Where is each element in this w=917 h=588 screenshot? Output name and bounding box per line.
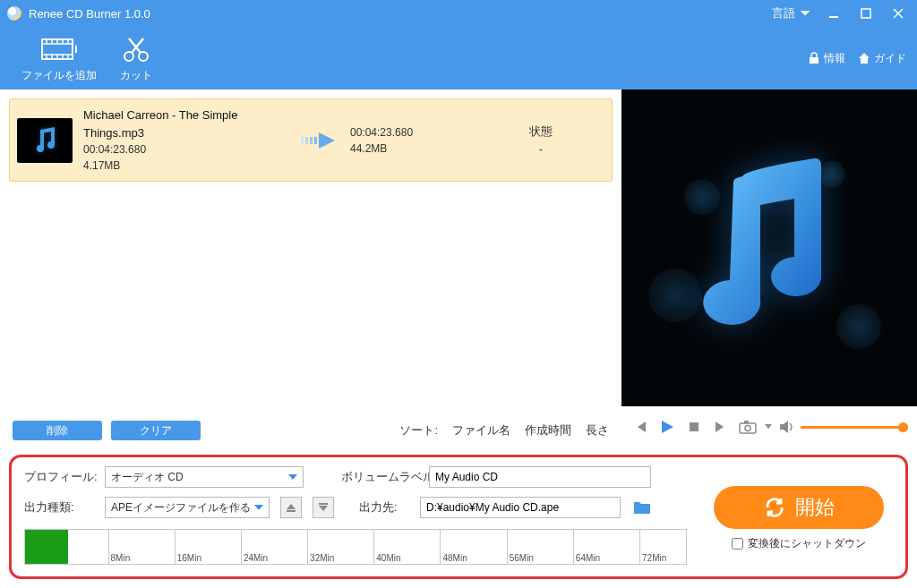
- profile-label: プロフィール:: [24, 469, 94, 485]
- svg-rect-25: [314, 137, 317, 144]
- svg-rect-1: [861, 9, 870, 18]
- svg-point-17: [124, 52, 133, 61]
- language-label: 言語: [772, 5, 795, 21]
- timeline-tick: 72Min: [639, 530, 640, 564]
- profile-select[interactable]: オーディオ CD: [105, 466, 304, 488]
- maximize-button[interactable]: [854, 4, 878, 23]
- disc-usage-timeline: 8Min16Min24Min32Min40Min48Min56Min64Min7…: [24, 529, 687, 565]
- chevron-down-icon: [254, 505, 263, 510]
- next-button[interactable]: [711, 417, 731, 437]
- timeline-used: [25, 530, 68, 564]
- snapshot-button[interactable]: [738, 417, 758, 437]
- start-button[interactable]: 開始: [714, 486, 884, 529]
- prev-button[interactable]: [630, 417, 650, 437]
- file-status: -: [477, 141, 604, 158]
- file-list-panel: Michael Carreon - The Simple Things.mp3 …: [0, 89, 621, 447]
- volume-icon[interactable]: [779, 420, 795, 434]
- settings-panel: プロフィール: オーディオ CD ボリュームラベル: 出力種類: APEイメージ…: [9, 455, 908, 579]
- file-list-footer: 削除 クリア ソート: ファイル名 作成時間 長さ: [9, 413, 613, 447]
- timeline-tick: 64Min: [573, 530, 574, 564]
- timeline-tick: 24Min: [241, 530, 242, 564]
- add-file-label: ファイルを追加: [21, 68, 97, 83]
- add-file-button[interactable]: ファイルを追加: [11, 30, 107, 87]
- playback-controls: [621, 406, 917, 447]
- app-logo-icon: [7, 6, 21, 21]
- svg-rect-26: [690, 422, 698, 431]
- guide-link[interactable]: ガイド: [858, 51, 906, 66]
- filmstrip-icon: [41, 34, 77, 64]
- info-link[interactable]: 情報: [808, 51, 845, 66]
- stop-button[interactable]: [684, 417, 704, 437]
- output-type-label: 出力種類:: [24, 499, 94, 516]
- file-dst-duration: 00:04:23.680: [350, 124, 467, 141]
- file-dst-size: 44.2MB: [350, 141, 467, 157]
- preview-image: [621, 89, 917, 406]
- chevron-down-icon: [288, 474, 297, 480]
- file-thumbnail: [17, 118, 73, 163]
- titlebar: Renee CD Burner 1.0.0 言語: [0, 0, 917, 27]
- svg-rect-21: [810, 57, 818, 64]
- close-button[interactable]: [887, 4, 910, 23]
- svg-point-18: [139, 52, 148, 61]
- chevron-down-icon[interactable]: [765, 424, 772, 430]
- lock-icon: [808, 52, 820, 64]
- cut-label: カット: [120, 68, 152, 83]
- eject-down-button[interactable]: [313, 497, 334, 518]
- svg-rect-24: [310, 137, 313, 144]
- home-icon: [858, 52, 870, 64]
- svg-rect-27: [740, 423, 756, 433]
- shutdown-checkbox[interactable]: 変換後にシャットダウン: [732, 536, 866, 551]
- volume-label-label: ボリュームラベル:: [341, 469, 418, 485]
- sort-by-name[interactable]: ファイル名: [452, 422, 510, 439]
- chevron-down-icon: [801, 11, 810, 16]
- svg-rect-30: [287, 510, 296, 512]
- sort-by-created[interactable]: 作成時間: [525, 422, 571, 439]
- minimize-button[interactable]: [822, 4, 845, 23]
- preview-panel: [621, 89, 917, 447]
- scissors-icon: [118, 34, 154, 64]
- timeline-tick: 40Min: [373, 530, 374, 564]
- output-path-label: 出力先:: [359, 499, 409, 516]
- file-name: Michael Carreon - The Simple Things.mp3: [83, 107, 289, 141]
- app-title: Renee CD Burner 1.0.0: [29, 7, 150, 21]
- svg-point-28: [745, 426, 750, 431]
- delete-button[interactable]: 削除: [13, 421, 102, 440]
- refresh-icon: [763, 496, 786, 519]
- svg-rect-23: [305, 137, 308, 144]
- output-path-input[interactable]: [420, 497, 621, 518]
- file-src-duration: 00:04:23.680: [83, 141, 289, 158]
- cut-button[interactable]: カット: [107, 30, 165, 87]
- output-type-select[interactable]: APEイメージファイルを作る: [105, 497, 270, 518]
- timeline-tick: 56Min: [507, 530, 508, 564]
- timeline-tick: 8Min: [108, 530, 109, 564]
- timeline-tick: 32Min: [307, 530, 308, 564]
- sort-by-length[interactable]: 長さ: [586, 422, 609, 439]
- music-note-icon: [680, 149, 859, 346]
- main-toolbar: ファイルを追加 カット 情報 ガイド: [0, 27, 917, 89]
- svg-rect-22: [301, 137, 304, 144]
- svg-rect-31: [319, 503, 328, 505]
- volume-slider[interactable]: [801, 426, 908, 429]
- arrow-icon: [300, 130, 339, 151]
- timeline-tick: 16Min: [175, 530, 176, 564]
- play-button[interactable]: [657, 417, 677, 437]
- volume-label-input[interactable]: [429, 466, 651, 488]
- sort-label: ソート:: [399, 422, 438, 439]
- clear-button[interactable]: クリア: [111, 421, 201, 440]
- eject-up-button[interactable]: [280, 497, 302, 518]
- browse-folder-button[interactable]: [631, 497, 653, 518]
- file-src-size: 4.17MB: [83, 158, 289, 174]
- file-row[interactable]: Michael Carreon - The Simple Things.mp3 …: [9, 98, 613, 182]
- status-header: 状態: [477, 123, 604, 141]
- svg-rect-29: [744, 421, 749, 423]
- timeline-tick: 48Min: [440, 530, 441, 564]
- volume-knob[interactable]: [898, 422, 908, 432]
- language-selector[interactable]: 言語: [772, 5, 810, 21]
